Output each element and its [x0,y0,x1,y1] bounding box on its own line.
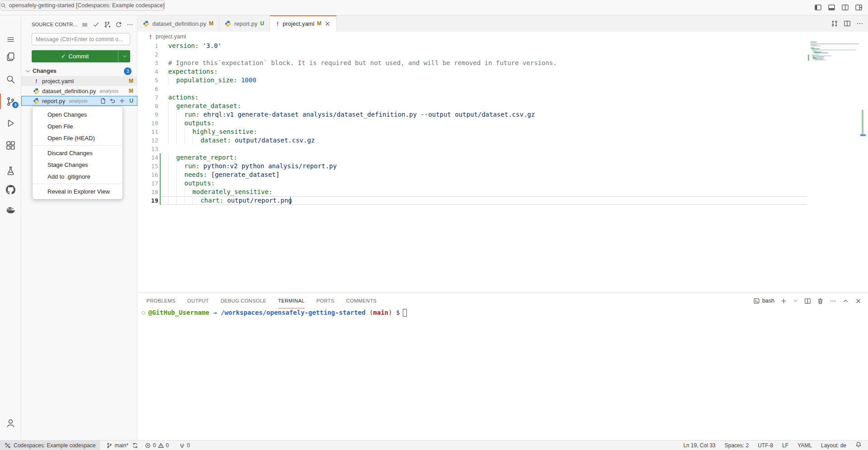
code-line-text: chart: output/report.png [168,196,292,205]
status-item-ln-19-col-33[interactable]: Ln 19, Col 33 [683,442,715,449]
file-row-report-py[interactable]: report.pyanalysisU [21,96,137,106]
menu-item-discard-changes[interactable]: Discard Changes [33,147,123,159]
activity-bar-item-explorer[interactable] [0,47,21,66]
menu-icon [6,35,15,44]
commit-dropdown-button[interactable] [118,50,130,62]
branch-status[interactable]: main* [106,442,138,449]
commit-button[interactable]: ✓ Commit [32,50,130,62]
new-terminal-icon[interactable] [780,298,787,304]
terminal-shell-selector[interactable]: bash [753,298,774,304]
activity-bar-item-source-control[interactable]: 3 [0,92,21,110]
activity-bar-item-search[interactable] [0,70,21,88]
file-row-project-yaml[interactable]: !project.yamlM [21,76,137,86]
terminal-prompt-line[interactable]: @GitHub_Username → /workspaces/opensafel… [141,308,407,317]
chevron-up-icon[interactable] [842,298,849,304]
bottom-panel: PROBLEMSOUTPUTDEBUG CONSOLETERMINALPORTS… [137,293,868,440]
split-terminal-icon[interactable] [804,298,811,304]
menu-item-open-file-head-[interactable]: Open File (HEAD) [33,132,123,144]
panel-tab-comments[interactable]: COMMENTS [346,293,377,308]
code-line: 15 run: python:v2 python analysis/report… [137,162,807,171]
changes-section-header[interactable]: Changes 3 [21,66,137,76]
activity-bar-item-docker[interactable] [0,200,21,218]
split-editor-icon[interactable] [844,20,851,27]
status-item-utf-8[interactable]: UTF-8 [758,442,773,449]
activity-bar-item-run-debug[interactable] [0,114,21,132]
branch-name: main* [114,442,128,449]
ports-status[interactable]: 0 [179,442,190,449]
code-token: moderately_sensitive: [193,188,273,195]
gutter-modified-indicator [160,196,161,205]
create-branch-icon[interactable] [104,21,111,28]
python-icon [225,20,231,27]
activity-badge: 3 [12,102,19,108]
docker-icon [6,205,15,214]
refresh-icon[interactable] [115,21,122,28]
activity-bar-item-testing[interactable] [0,161,21,180]
layout-panel-icon[interactable] [828,4,835,11]
file-row-dataset_definition-py[interactable]: dataset_definition.pyanalysisM [21,86,137,96]
layout-split-icon[interactable] [841,4,849,11]
discard-icon[interactable] [109,98,116,104]
status-item-layout-de[interactable]: Layout: de [821,442,846,449]
more-icon[interactable] [127,21,133,28]
layout-sidebar-icon[interactable] [814,4,822,11]
minimap-line-segment [811,43,859,44]
menu-item-reveal-in-explorer-view[interactable]: Reveal in Explorer View [33,185,123,197]
code-token: version: [168,42,198,49]
open-changes-icon[interactable] [831,20,838,27]
minimap-line-segment [814,50,855,51]
tab-project-yaml[interactable]: !project.yamlM [270,15,337,32]
panel-tab-output[interactable]: OUTPUT [187,293,209,308]
gutter-modified-indicator [160,162,161,171]
menu-item-add-to-gitignore[interactable]: Add to .gitignore [33,171,123,182]
command-center-search[interactable]: opensafely-getting-started [Codespaces: … [0,0,165,11]
remote-indicator[interactable]: Codespaces: Example codespace [0,441,100,450]
more-icon[interactable] [830,298,836,304]
code-token: output/report.png [223,197,292,204]
panel-tab-problems[interactable]: PROBLEMS [146,293,175,308]
commit-button-main[interactable]: ✓ Commit [32,50,118,62]
close-icon[interactable] [855,298,862,304]
minimap[interactable] [807,42,859,293]
menu-item-stage-changes[interactable]: Stage Changes [33,159,123,171]
account-icon [6,418,15,428]
code-line: 19 chart: output/report.png [137,196,807,205]
breadcrumb[interactable]: ! project.yaml [137,32,868,42]
code-token: expectations: [168,68,218,75]
layout-customize-icon[interactable] [855,4,863,11]
panel-tab-ports[interactable]: PORTS [316,293,335,308]
status-item-yaml[interactable]: YAML [797,442,812,449]
commit-check-icon[interactable] [93,21,99,28]
problems-status[interactable]: 0 0 [145,442,169,449]
line-number: 14 [137,153,158,162]
view-as-list-icon[interactable] [81,21,88,28]
menu-item-open-file[interactable]: Open File [33,120,123,132]
notifications-bell[interactable] [855,441,862,449]
activity-bar-item-github[interactable] [0,180,21,199]
tab-label: report.py [234,20,257,27]
tab-dataset_definition-py[interactable]: dataset_definition.pyM [137,15,219,32]
tab-label: project.yaml [283,20,314,27]
activity-bar-item-extensions[interactable] [0,136,21,154]
menu-item-open-changes[interactable]: Open Changes [33,109,123,120]
panel-tab-debug-console[interactable]: DEBUG CONSOLE [221,293,266,308]
indent-guide [176,136,184,145]
code-line-text: # Ignore this`expectation` block. It is … [168,59,557,67]
activity-bar-item-menu[interactable] [0,30,21,48]
chevron-down-icon[interactable] [793,298,798,303]
close-icon[interactable] [324,20,331,27]
trash-icon[interactable] [817,298,824,304]
status-item-spaces-2[interactable]: Spaces: 2 [725,442,749,449]
status-item-lf[interactable]: LF [782,442,788,449]
code-token: highly_sensitive: [193,128,257,135]
open-file-icon[interactable] [100,98,106,104]
activity-bar-item-accounts[interactable] [0,414,21,432]
code-editor[interactable]: 1version: '3.0'23# Ignore this`expectati… [137,42,807,293]
code-line-text: generate_dataset: [168,102,241,110]
code-line: 2 [137,50,807,59]
panel-tab-terminal[interactable]: TERMINAL [278,293,305,308]
commit-message-input[interactable] [32,33,130,45]
tab-report-py[interactable]: report.pyU [219,15,270,32]
stage-plus-icon[interactable] [119,98,125,104]
indent-guide [184,128,193,136]
